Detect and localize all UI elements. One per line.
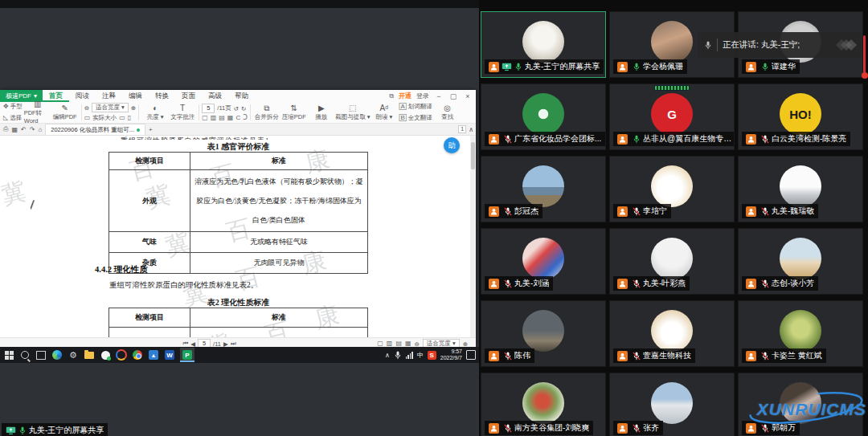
assistant-bubble[interactable]: 助 [444,137,460,153]
minimize-button[interactable]: − [434,92,444,100]
participant-tile[interactable]: G 丛非从@翼百康生物专利原... [609,84,735,150]
rotate-left-button[interactable]: ↺ [234,105,239,112]
redo-icon[interactable]: ↷ [30,126,35,133]
taskbar-file-explorer[interactable] [84,349,95,361]
taskbar-word[interactable]: W [164,349,175,361]
fit-width-icon[interactable]: ▭ [119,115,125,121]
view-mode-1-icon[interactable]: ▢ [377,340,383,347]
menu-advanced[interactable]: 高级 [202,90,228,102]
document-canvas[interactable]: 冀百康冀百冀百康冀百康冀百 重组可溶性胶原蛋白的感官评价标准见表1。 表1 感官… [0,136,476,337]
start-button[interactable] [3,349,14,361]
participant-tile[interactable]: 萱嘉生物科技 [609,300,735,367]
action-center-icon[interactable] [466,350,476,360]
person-badge-icon [746,279,756,289]
participant-tile[interactable]: 李培宁 [609,156,735,222]
folder-icon [84,352,94,359]
rotate-right-button[interactable]: ↻ [241,105,246,112]
new-tab-button[interactable]: + [149,126,153,133]
double-page-icon[interactable]: ▥ [211,115,217,121]
participant-tile[interactable]: 广东省化妆品学会团标... [481,84,606,150]
mic-icon [633,206,641,216]
play-button[interactable]: ▶播放 [308,104,335,121]
menu-convert[interactable]: 转换 [149,90,175,102]
sogou-input-icon[interactable]: S [428,351,436,360]
document-tab[interactable]: 20220906 化妆品原料 重组可... [45,124,145,135]
brightness-button[interactable]: ◐亮度 ▾ [141,104,169,121]
fit-page-icon[interactable]: ▭ [84,115,91,121]
maximize-button[interactable]: ▢ [448,92,458,100]
page-number-input[interactable]: 5 [202,104,215,113]
home-icon[interactable]: ⌂ [38,126,42,133]
pdf-to-word-button[interactable]: ▥PDF转Word [24,100,51,124]
zoom-out-button[interactable]: ⊖ [84,104,89,112]
taskbar-edge[interactable] [51,349,63,361]
select-tool-button[interactable]: ◺选择 [2,113,24,123]
taskbar-chrome[interactable] [132,349,143,361]
tray-expand-icon[interactable]: ∧ [385,352,390,359]
menu-bar: 首页 阅读 注释 编辑 转换 页面 高级 帮助 [43,90,255,102]
participant-tile[interactable]: HO! 白云美湾检测-陈景亮 [738,84,863,150]
taskbar-clock[interactable]: 9:57 2022/9/7 [440,348,462,361]
participant-tile[interactable]: 卡姿兰 黄红斌 [738,300,863,367]
print-icon[interactable]: ⎙ [3,125,8,133]
single-page-icon[interactable]: ▢ [202,115,208,121]
save-icon[interactable]: ▦ [11,126,18,133]
scrollbar-thumb[interactable] [471,142,475,169]
zoom-in-button[interactable]: ⊕ [131,104,136,112]
hand-tool-button[interactable]: ✥手型 [2,102,24,112]
edit-pdf-button[interactable]: ✎编辑PDF [51,104,79,121]
participant-tile[interactable]: 丸美-叶彩燕 [609,228,735,295]
menu-read[interactable]: 阅读 [69,90,96,102]
collapse-toolbar-icon[interactable]: ∧ [469,126,473,133]
book-view-icon[interactable]: ▦ [227,115,234,121]
compress-pdf-button[interactable]: ⇅压缩PDF [280,104,308,121]
word-translate-button[interactable]: 🄰划词翻译 [398,102,434,112]
view-mode-4-icon[interactable]: ▦ [405,340,411,347]
close-button[interactable]: × [463,92,473,100]
login-button[interactable]: 登录 [416,92,429,100]
find-button[interactable]: ◎查找 [434,104,461,121]
rotate-cw-icon[interactable]: Ↄ [243,115,248,121]
taskbar-pdf-app-active[interactable]: P [180,348,194,362]
menu-edit[interactable]: 编辑 [122,90,149,102]
taskbar-settings[interactable]: ⚙ [68,349,79,361]
participant-tile[interactable]: 丸美-刘涵 [481,228,606,295]
task-view-button[interactable] [35,349,47,361]
menu-help[interactable]: 帮助 [228,90,255,102]
taskbar-app-round[interactable] [100,349,111,361]
continuous-icon[interactable]: ▤ [219,115,225,121]
participant-tile[interactable]: 南方美谷集团-刘晓爽 [481,373,606,436]
actual-size-button[interactable]: 实际大小 [92,114,117,122]
participant-tile[interactable]: 态创-谈小芳 [738,228,863,295]
view-mode-2-icon[interactable]: ▥ [387,340,393,347]
participant-tile[interactable]: 张齐 [609,373,735,436]
fit-height-icon[interactable]: ▯ [128,115,131,121]
screenshot-extract-button[interactable]: ⬚截图与提取 ▾ [335,104,371,121]
participant-tile[interactable]: 陈伟 [481,300,606,367]
taskbar-search-app[interactable] [116,349,127,361]
full-translate-button[interactable]: 🄱全文翻译 [398,113,434,123]
table2-header-standard: 标准 [190,308,368,328]
upgrade-button[interactable]: 开通 [399,92,411,100]
participant-name: 白云美湾检测-陈景亮 [772,133,846,145]
menu-annotate[interactable]: 注释 [96,90,122,102]
text-annotation-button[interactable]: T文字批注 [169,104,196,121]
merge-split-button[interactable]: ⧉合并拆分 [253,104,280,121]
rotate-ccw-icon[interactable]: C [235,115,240,121]
external-link-icon[interactable]: ⧉ [389,92,394,100]
read-aloud-button[interactable]: Aᵈ朗读 ▾ [371,104,398,121]
participant-tile[interactable]: 丸美-魏瑞敬 [738,156,863,222]
taskbar-search-button[interactable] [19,349,31,361]
zoom-level-select[interactable]: 适合宽度 ▾ [92,103,129,112]
menu-page[interactable]: 页面 [175,90,202,102]
tray-mic-icon[interactable] [394,350,402,360]
undo-icon[interactable]: ↶ [21,126,27,133]
taskbar-photos-app[interactable]: ▲ [148,349,159,361]
participant-tile[interactable]: 彭冠杰 [481,156,606,222]
input-language-indicator[interactable]: 中 [417,351,424,360]
document-scrollbar[interactable] [470,136,476,337]
participant-tile[interactable]: 丸美-王宁的屏幕共享 [481,11,606,78]
screenshot-icon: ⬚ [349,104,356,112]
view-mode-3-icon[interactable]: ▤ [395,340,402,347]
network-icon[interactable] [406,352,413,359]
